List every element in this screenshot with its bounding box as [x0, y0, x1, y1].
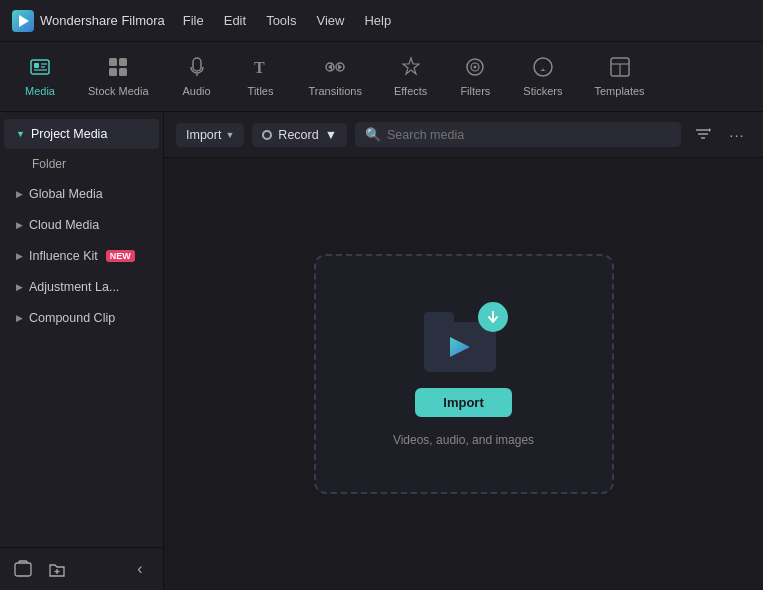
tab-audio[interactable]: Audio	[167, 50, 227, 103]
more-options-button[interactable]: ···	[723, 121, 751, 149]
tab-transitions-label: Transitions	[309, 85, 362, 97]
tab-templates[interactable]: Templates	[580, 50, 658, 103]
sidebar-bottom: ‹	[0, 547, 163, 590]
import-button[interactable]: Import ▼	[176, 123, 244, 147]
new-folder-button[interactable]	[44, 556, 70, 582]
menu-tools[interactable]: Tools	[266, 11, 296, 30]
import-description: Videos, audio, and images	[393, 433, 534, 447]
svg-point-18	[474, 66, 477, 69]
chevron-right-icon: ▶	[16, 282, 23, 292]
templates-icon	[609, 56, 631, 81]
main-content: ▼ Project Media Folder ▶ Global Media ▶ …	[0, 112, 763, 590]
filter-button[interactable]	[689, 121, 717, 149]
svg-rect-7	[109, 58, 117, 66]
svg-marker-28	[450, 337, 470, 357]
tab-templates-label: Templates	[594, 85, 644, 97]
new-badge: NEW	[106, 250, 135, 262]
import-arrow-icon	[478, 302, 508, 332]
tab-effects[interactable]: Effects	[380, 50, 441, 103]
sidebar-item-cloud-media[interactable]: ▶ Cloud Media	[4, 210, 159, 240]
sidebar-collapse-button[interactable]: ‹	[127, 556, 153, 582]
effects-icon	[400, 56, 422, 81]
record-button[interactable]: Record ▼	[252, 123, 347, 147]
compound-clip-label: Compound Clip	[29, 311, 115, 325]
record-dropdown-icon: ▼	[325, 128, 337, 142]
svg-rect-8	[119, 58, 127, 66]
tab-stickers[interactable]: Stickers	[509, 50, 576, 103]
toolbar: Import ▼ Record ▼ 🔍	[164, 112, 763, 158]
tab-titles-label: Titles	[248, 85, 274, 97]
tab-stock-media[interactable]: Stock Media	[74, 50, 163, 103]
import-dropdown-icon: ▼	[225, 130, 234, 140]
record-label: Record	[278, 128, 318, 142]
sidebar-sub-item-folder[interactable]: Folder	[4, 150, 159, 178]
svg-rect-9	[109, 68, 117, 76]
tab-effects-label: Effects	[394, 85, 427, 97]
project-media-label: Project Media	[31, 127, 107, 141]
import-area: Import Videos, audio, and images	[164, 158, 763, 590]
svg-rect-2	[31, 60, 49, 74]
sidebar-item-global-media[interactable]: ▶ Global Media	[4, 179, 159, 209]
collapse-icon: ‹	[137, 560, 142, 578]
menu-edit[interactable]: Edit	[224, 11, 246, 30]
sidebar-item-adjustment-layer[interactable]: ▶ Adjustment La...	[4, 272, 159, 302]
svg-rect-3	[34, 63, 39, 68]
svg-text:T: T	[254, 59, 265, 76]
chevron-right-icon: ▶	[16, 220, 23, 230]
tab-audio-label: Audio	[182, 85, 210, 97]
top-bar: Wondershare Filmora File Edit Tools View…	[0, 0, 763, 42]
search-box: 🔍	[355, 122, 681, 147]
global-media-label: Global Media	[29, 187, 103, 201]
tab-transitions[interactable]: Transitions	[295, 50, 376, 103]
search-icon: 🔍	[365, 127, 381, 142]
app-logo: Wondershare Filmora	[12, 10, 165, 32]
app-name: Wondershare Filmora	[40, 13, 165, 28]
titles-icon: T	[250, 56, 272, 81]
tab-filters[interactable]: Filters	[445, 50, 505, 103]
tab-media-label: Media	[25, 85, 55, 97]
menu-view[interactable]: View	[316, 11, 344, 30]
nav-tabs-bar: Media Stock Media Audio T T	[0, 42, 763, 112]
menu-file[interactable]: File	[183, 11, 204, 30]
content-area: Import ▼ Record ▼ 🔍	[164, 112, 763, 590]
folder-tab	[424, 312, 454, 322]
chevron-down-icon: ▼	[16, 129, 25, 139]
svg-rect-22	[15, 563, 31, 576]
filmora-logo-icon	[12, 10, 34, 32]
chevron-right-icon: ▶	[16, 189, 23, 199]
tab-titles[interactable]: T Titles	[231, 50, 291, 103]
import-illustration	[424, 302, 504, 372]
media-icon	[29, 56, 51, 81]
sidebar-item-project-media[interactable]: ▼ Project Media	[4, 119, 159, 149]
import-zone-button[interactable]: Import	[415, 388, 511, 417]
sidebar-item-influence-kit[interactable]: ▶ Influence Kit NEW	[4, 241, 159, 271]
import-drop-zone[interactable]: Import Videos, audio, and images	[314, 254, 614, 494]
stock-media-icon	[107, 56, 129, 81]
tab-filters-label: Filters	[460, 85, 490, 97]
tab-media[interactable]: Media	[10, 50, 70, 103]
svg-marker-15	[403, 58, 419, 74]
filters-icon	[464, 56, 486, 81]
more-options-icon: ···	[729, 126, 745, 143]
stickers-icon	[532, 56, 554, 81]
search-input[interactable]	[387, 128, 671, 142]
chevron-right-icon: ▶	[16, 251, 23, 261]
toolbar-right: ···	[689, 121, 751, 149]
sidebar-item-compound-clip[interactable]: ▶ Compound Clip	[4, 303, 159, 333]
cloud-media-label: Cloud Media	[29, 218, 99, 232]
audio-icon	[186, 56, 208, 81]
menu-help[interactable]: Help	[364, 11, 391, 30]
tab-stickers-label: Stickers	[523, 85, 562, 97]
import-label: Import	[186, 128, 221, 142]
sidebar: ▼ Project Media Folder ▶ Global Media ▶ …	[0, 112, 164, 590]
svg-rect-10	[119, 68, 127, 76]
new-bin-button[interactable]	[10, 556, 36, 582]
transitions-icon	[324, 56, 346, 81]
tab-stock-media-label: Stock Media	[88, 85, 149, 97]
sidebar-items: ▼ Project Media Folder ▶ Global Media ▶ …	[0, 112, 163, 547]
menu-bar: File Edit Tools View Help	[183, 11, 391, 30]
chevron-right-icon: ▶	[16, 313, 23, 323]
record-dot-icon	[262, 130, 272, 140]
influence-kit-label: Influence Kit	[29, 249, 98, 263]
adjustment-layer-label: Adjustment La...	[29, 280, 119, 294]
